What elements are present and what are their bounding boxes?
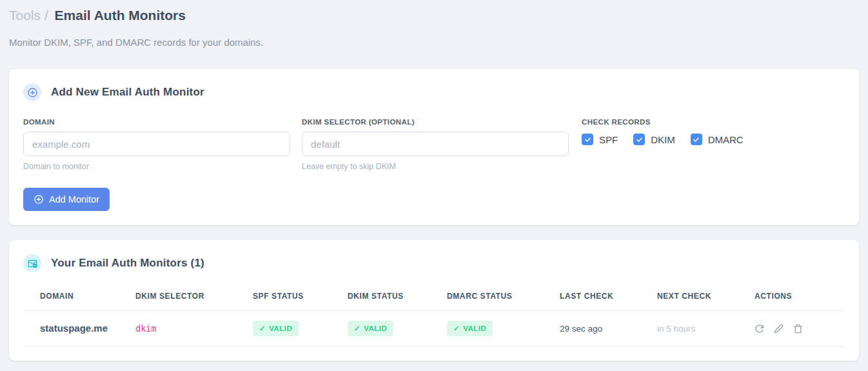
plus-circle-icon (34, 194, 44, 205)
check-glyph: ✓ (453, 324, 460, 333)
checkbox-checked-icon (691, 134, 702, 145)
col-header-dkim-selector: DKIM SELECTOR (135, 283, 253, 311)
spf-status-text: VALID (269, 325, 292, 332)
row-actions (755, 324, 840, 334)
dmarc-status-badge: ✓ VALID (447, 321, 493, 336)
check-glyph: ✓ (259, 324, 266, 333)
domain-field-group: DOMAIN Domain to monitor (23, 118, 290, 171)
col-header-dkim-status: DKIM STATUS (348, 283, 447, 311)
col-header-actions: ACTIONS (755, 283, 845, 311)
checkbox-dmarc-label: DMARC (708, 134, 744, 145)
page-subtitle: Monitor DKIM, SPF, and DMARC records for… (9, 37, 859, 48)
monitor-next-check: in 5 hours (657, 324, 695, 334)
add-monitor-button-label: Add Monitor (49, 194, 99, 205)
monitors-card: Your Email Auth Monitors (1) DOMAIN DKIM… (9, 240, 859, 361)
domain-field-label: DOMAIN (23, 118, 290, 126)
col-header-next-check: NEXT CHECK (657, 283, 755, 311)
breadcrumb: Tools / Email Auth Monitors (9, 0, 859, 25)
dkim-status-text: VALID (364, 325, 387, 332)
table-row: statuspage.me dkim ✓ VALID ✓ VALID (23, 311, 845, 346)
table-header-row: DOMAIN DKIM SELECTOR SPF STATUS DKIM STA… (23, 283, 845, 311)
add-monitor-card-title: Add New Email Auth Monitor (51, 86, 204, 99)
spf-status-badge: ✓ VALID (253, 321, 299, 336)
add-monitor-button[interactable]: Add Monitor (23, 188, 110, 211)
page: Tools / Email Auth Monitors Monitor DKIM… (0, 0, 868, 361)
add-monitor-form: DOMAIN Domain to monitor DKIM SELECTOR (… (23, 118, 845, 171)
trash-icon[interactable] (793, 324, 803, 334)
page-title: Email Auth Monitors (55, 8, 186, 23)
domain-field-hint: Domain to monitor (23, 162, 290, 171)
refresh-icon[interactable] (755, 324, 764, 334)
checkbox-checked-icon (633, 134, 645, 145)
breadcrumb-separator: / (44, 8, 48, 23)
checkbox-dkim-label: DKIM (651, 134, 675, 145)
plus-circle-icon (23, 83, 41, 101)
monitor-domain: statuspage.me (40, 323, 108, 334)
check-glyph: ✓ (354, 324, 360, 333)
monitor-last-check: 29 sec ago (560, 324, 602, 334)
col-header-domain: DOMAIN (23, 283, 135, 311)
dkim-selector-field-group: DKIM SELECTOR (OPTIONAL) Leave empty to … (302, 118, 569, 171)
dkim-selector-input[interactable] (302, 132, 569, 156)
edit-pencil-icon[interactable] (774, 324, 784, 334)
dmarc-status-text: VALID (463, 325, 486, 332)
dkim-status-badge: ✓ VALID (348, 321, 393, 336)
check-records-row: SPF DKIM DMARC (582, 134, 845, 145)
monitor-dkim-selector: dkim (135, 323, 157, 334)
col-header-spf-status: SPF STATUS (253, 283, 348, 311)
add-monitor-card-header: Add New Email Auth Monitor (23, 83, 845, 101)
monitors-card-header: Your Email Auth Monitors (1) (23, 254, 845, 272)
domain-input[interactable] (23, 132, 290, 156)
checkbox-spf-label: SPF (599, 134, 618, 145)
checkbox-dkim[interactable]: DKIM (633, 134, 675, 145)
col-header-dmarc-status: DMARC STATUS (447, 283, 560, 311)
dkim-selector-field-label: DKIM SELECTOR (OPTIONAL) (302, 118, 569, 126)
envelope-check-icon (23, 254, 41, 272)
checkbox-spf[interactable]: SPF (582, 134, 618, 145)
monitors-card-title: Your Email Auth Monitors (1) (51, 257, 204, 270)
col-header-last-check: LAST CHECK (560, 283, 657, 311)
check-records-label: CHECK RECORDS (582, 118, 845, 126)
monitors-table: DOMAIN DKIM SELECTOR SPF STATUS DKIM STA… (23, 283, 845, 346)
check-records-group: CHECK RECORDS SPF DKIM (580, 118, 845, 171)
dkim-selector-field-hint: Leave empty to skip DKIM (302, 162, 569, 171)
add-monitor-card: Add New Email Auth Monitor DOMAIN Domain… (9, 69, 859, 225)
breadcrumb-parent[interactable]: Tools (9, 8, 41, 23)
checkbox-dmarc[interactable]: DMARC (691, 134, 744, 145)
checkbox-checked-icon (582, 134, 593, 145)
